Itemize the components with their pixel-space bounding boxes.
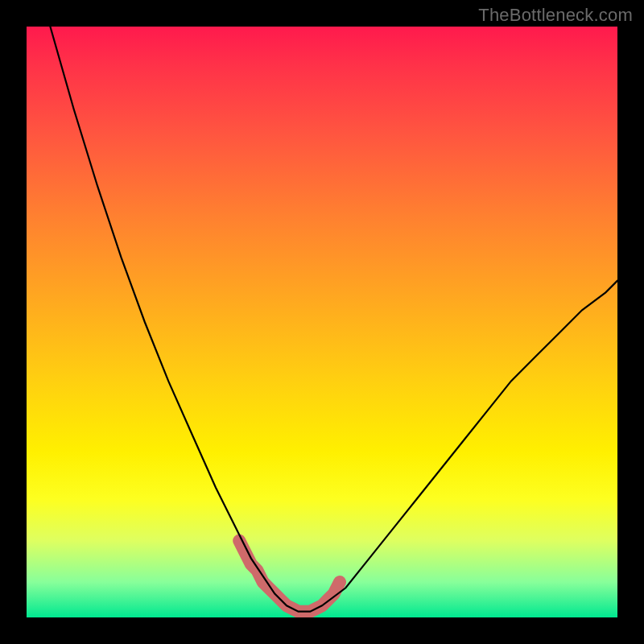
plot-area — [27, 27, 617, 617]
curve-svg — [27, 27, 617, 617]
marker-highlight — [239, 541, 340, 612]
chart-frame: TheBottleneck.com — [0, 0, 644, 644]
bottleneck-curve — [50, 27, 617, 612]
watermark-text: TheBottleneck.com — [478, 5, 633, 26]
